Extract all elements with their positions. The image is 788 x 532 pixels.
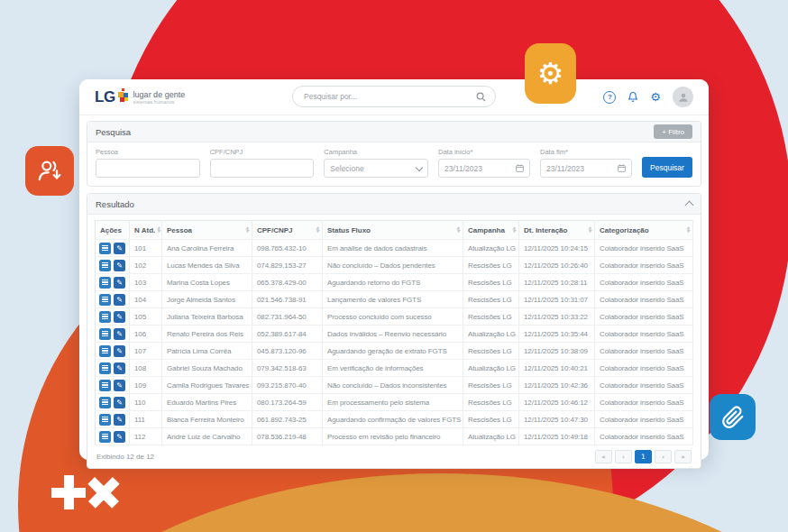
row-menu-button[interactable] <box>99 260 111 271</box>
cell-status: Lançamento de valores FGTS <box>323 291 463 308</box>
logo-lg-text: LG <box>95 88 115 105</box>
cell-pessoa: Ana Carolina Ferreira <box>162 240 252 257</box>
cell-cpf: 098.765.432-10 <box>252 240 323 257</box>
global-search-input[interactable] <box>302 91 476 102</box>
cell-cpf: 021.546.738-91 <box>252 291 323 308</box>
cell-categorizacao: Colaborador inserido SaaS <box>595 411 693 428</box>
table-row: ✎101Ana Carolina Ferreira098.765.432-10E… <box>96 240 693 257</box>
row-edit-button[interactable]: ✎ <box>114 294 125 306</box>
person-download-icon <box>36 158 63 185</box>
row-menu-button[interactable] <box>99 294 111 306</box>
data-fim-input[interactable]: 23/11/2023 <box>540 159 632 178</box>
user-icon <box>677 91 690 104</box>
page-nav-button[interactable]: ‹ <box>615 450 632 463</box>
row-edit-button[interactable]: ✎ <box>114 362 125 374</box>
page-nav-button[interactable]: » <box>674 450 692 463</box>
cell-categorizacao: Colaborador inserido SaaS <box>595 308 693 326</box>
cell-campanha: Rescisões LG <box>463 343 519 360</box>
row-edit-button[interactable]: ✎ <box>114 243 125 254</box>
row-menu-button[interactable] <box>99 397 111 408</box>
cell-dt: 12/11/2025 10:35:44 <box>519 326 595 343</box>
cell-cpf: 065.378.429-00 <box>252 274 323 291</box>
column-header[interactable]: Dt. Interação▲▼ <box>519 221 595 240</box>
data-inicio-input[interactable]: 23/11/2023 <box>438 159 530 178</box>
row-menu-button[interactable] <box>99 380 111 391</box>
row-edit-button[interactable]: ✎ <box>114 260 125 271</box>
table-row: ✎103Marina Costa Lopes065.378.429-00Agua… <box>96 274 693 291</box>
column-header[interactable]: Pessoa▲▼ <box>162 221 252 240</box>
pesquisar-button[interactable]: Pesquisar <box>642 157 692 178</box>
table-row: ✎111Bianca Ferreira Monteiro061.892.743-… <box>96 411 693 428</box>
sort-icon[interactable]: ▲▼ <box>513 226 516 234</box>
paperclip-badge <box>710 394 756 440</box>
bell-icon[interactable] <box>628 91 638 103</box>
sort-icon[interactable]: ▲▼ <box>246 226 249 234</box>
page-button-active[interactable]: 1 <box>635 450 652 463</box>
cell-status: Processo concluído com sucesso <box>323 308 463 326</box>
row-menu-button[interactable] <box>99 328 111 340</box>
results-summary: Exibindo 12 de 12 <box>96 453 154 461</box>
settings-icon[interactable]: ⚙ <box>650 91 661 103</box>
row-edit-button[interactable]: ✎ <box>114 328 125 340</box>
avatar[interactable] <box>673 87 693 107</box>
cell-n: 106 <box>130 326 162 343</box>
row-edit-button[interactable]: ✎ <box>114 431 125 443</box>
sort-icon[interactable]: ▲▼ <box>316 226 319 234</box>
row-edit-button[interactable]: ✎ <box>114 397 125 408</box>
column-header[interactable]: N Atd.▲▼ <box>130 221 162 240</box>
row-edit-button[interactable]: ✎ <box>114 277 125 289</box>
row-menu-button[interactable] <box>99 362 111 374</box>
row-edit-button[interactable]: ✎ <box>114 414 125 426</box>
help-icon[interactable]: ? <box>603 91 616 104</box>
cell-n: 103 <box>130 274 162 291</box>
row-actions: ✎ <box>96 274 130 291</box>
row-edit-button[interactable]: ✎ <box>114 345 125 357</box>
campanha-select[interactable]: Selecione <box>324 159 428 178</box>
cell-n: 111 <box>130 411 162 428</box>
page-nav-button[interactable]: « <box>595 450 612 463</box>
column-header[interactable]: CPF/CNPJ▲▼ <box>252 221 323 240</box>
row-menu-button[interactable] <box>99 311 111 323</box>
column-header[interactable]: Status Fluxo▲▼ <box>323 221 463 240</box>
cell-cpf: 082.731.964-50 <box>252 308 323 326</box>
cell-categorizacao: Colaborador inserido SaaS <box>595 240 693 257</box>
row-menu-button[interactable] <box>99 414 111 426</box>
sort-icon[interactable]: ▲▼ <box>589 226 591 234</box>
row-menu-button[interactable] <box>99 431 111 443</box>
app-logo[interactable]: LG lugar de gente sistemas humanos <box>95 88 185 105</box>
collapse-icon[interactable] <box>685 201 694 210</box>
column-header[interactable]: Campanha▲▼ <box>463 221 519 240</box>
row-actions: ✎ <box>96 308 130 326</box>
page-nav-button[interactable]: › <box>655 450 672 463</box>
cell-cpf: 061.892.743-25 <box>252 411 323 428</box>
cell-n: 104 <box>130 291 162 308</box>
row-menu-button[interactable] <box>99 345 111 357</box>
cell-pessoa: Eduardo Martins Pires <box>162 394 252 411</box>
row-menu-button[interactable] <box>99 277 111 289</box>
filtro-button[interactable]: + Filtro <box>654 124 692 139</box>
row-menu-button[interactable] <box>99 243 111 254</box>
cell-cpf: 093.215.870-40 <box>252 377 323 394</box>
pessoa-input[interactable] <box>96 159 200 178</box>
data-fim-label: Data fim* <box>540 148 632 156</box>
cell-categorizacao: Colaborador inserido SaaS <box>595 360 693 377</box>
sort-icon[interactable]: ▲▼ <box>457 226 460 234</box>
cell-campanha: Atualização LG <box>463 240 519 257</box>
sort-icon[interactable]: ▲▼ <box>687 226 690 234</box>
global-search[interactable] <box>292 86 496 107</box>
sort-icon[interactable]: ▲▼ <box>157 226 160 234</box>
row-edit-button[interactable]: ✎ <box>114 311 125 323</box>
cpf-input[interactable] <box>210 159 315 178</box>
cell-n: 105 <box>130 308 162 326</box>
cell-dt: 12/11/2025 10:28:11 <box>519 274 595 291</box>
cell-campanha: Rescisões LG <box>463 257 519 274</box>
row-edit-button[interactable]: ✎ <box>114 380 125 391</box>
cell-dt: 12/11/2025 10:24:15 <box>519 240 595 257</box>
resultado-title: Resultado <box>96 199 134 209</box>
cell-n: 108 <box>130 360 162 377</box>
cell-campanha: Rescisões LG <box>463 394 519 411</box>
row-actions: ✎ <box>96 411 130 428</box>
column-header[interactable]: Categorização▲▼ <box>595 221 693 240</box>
cell-status: Aguardando retorno do FGTS <box>323 274 463 291</box>
cell-pessoa: André Luiz de Carvalho <box>162 428 252 445</box>
